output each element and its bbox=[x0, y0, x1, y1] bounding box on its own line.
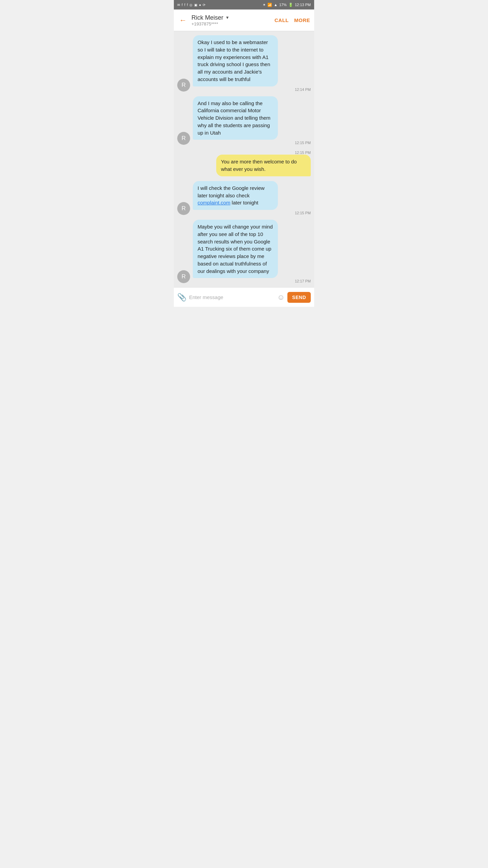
facebook-icon3: f bbox=[187, 3, 188, 7]
mail-icon: ✉ bbox=[177, 3, 180, 7]
battery-level: 17% bbox=[279, 3, 287, 7]
message-row: ROkay I used to be a webmaster so I will… bbox=[177, 35, 311, 92]
more-button[interactable]: MORE bbox=[294, 17, 310, 23]
contact-info: Rick Meiser ▼ +1937875**** bbox=[191, 14, 274, 26]
message-timestamp: 12:14 PM bbox=[295, 87, 311, 92]
message-bubble: Okay I used to be a webmaster so I will … bbox=[193, 35, 278, 86]
message-timestamp: 12:15 PM bbox=[295, 141, 311, 145]
message-link[interactable]: complaint.com bbox=[198, 200, 230, 205]
message-timestamp: 12:15 PM bbox=[295, 211, 311, 215]
input-bar: 📎 ☺ SEND bbox=[174, 287, 314, 307]
avatar: R bbox=[177, 202, 190, 215]
conversation-header: ← Rick Meiser ▼ +1937875**** CALL MORE bbox=[174, 9, 314, 31]
message-bubble: Maybe you will change your mind after yo… bbox=[193, 220, 278, 278]
contact-phone: +1937875**** bbox=[191, 21, 274, 26]
sync-icon: ⟳ bbox=[203, 3, 205, 7]
call-button[interactable]: CALL bbox=[274, 17, 289, 23]
signal-icon: ▲ bbox=[274, 3, 278, 7]
wifi-icon: 📶 bbox=[267, 3, 272, 7]
contact-name-row: Rick Meiser ▼ bbox=[191, 14, 274, 21]
message-bubble: I will check the Google review later ton… bbox=[193, 181, 278, 210]
message-timestamp: 12:15 PM bbox=[295, 151, 311, 155]
attach-icon[interactable]: 📎 bbox=[177, 293, 186, 302]
image-icon: ▣ bbox=[194, 3, 197, 7]
message-row: RI will check the Google review later to… bbox=[177, 181, 311, 215]
message-row: RMaybe you will change your mind after y… bbox=[177, 220, 311, 283]
facebook-icon1: f bbox=[182, 3, 183, 7]
message-bubble: You are more then welcome to do what eve… bbox=[216, 155, 311, 176]
back-button[interactable]: ← bbox=[178, 15, 188, 26]
status-icons: ✉ f f f ◎ ▣ ● ⟳ bbox=[177, 3, 205, 7]
send-button[interactable]: SEND bbox=[287, 292, 311, 303]
contact-name-text: Rick Meiser bbox=[191, 14, 223, 21]
message-input[interactable] bbox=[189, 292, 274, 302]
message-row: 12:15 PMYou are more then welcome to do … bbox=[177, 150, 311, 176]
compass-icon: ◎ bbox=[189, 3, 192, 7]
avatar: R bbox=[177, 132, 190, 145]
avatar: R bbox=[177, 270, 190, 283]
emoji-icon[interactable]: ☺ bbox=[277, 293, 285, 302]
avatar: R bbox=[177, 79, 190, 92]
bluetooth-icon: ✶ bbox=[263, 3, 266, 7]
battery-icon: 🔋 bbox=[288, 3, 293, 7]
whatsapp-icon: ● bbox=[199, 3, 201, 7]
status-indicators: ✶ 📶 ▲ 17% 🔋 12:13 PM bbox=[263, 3, 311, 7]
header-actions: CALL MORE bbox=[274, 17, 310, 23]
contact-dropdown-icon[interactable]: ▼ bbox=[225, 15, 229, 20]
status-bar: ✉ f f f ◎ ▣ ● ⟳ ✶ 📶 ▲ 17% 🔋 12:13 PM bbox=[174, 0, 314, 9]
message-timestamp: 12:17 PM bbox=[295, 279, 311, 283]
facebook-icon2: f bbox=[184, 3, 185, 7]
message-list: ROkay I used to be a webmaster so I will… bbox=[174, 31, 314, 287]
clock: 12:13 PM bbox=[295, 3, 311, 7]
message-bubble: And I may also be calling the California… bbox=[193, 96, 278, 140]
message-row: RAnd I may also be calling the Californi… bbox=[177, 96, 311, 145]
